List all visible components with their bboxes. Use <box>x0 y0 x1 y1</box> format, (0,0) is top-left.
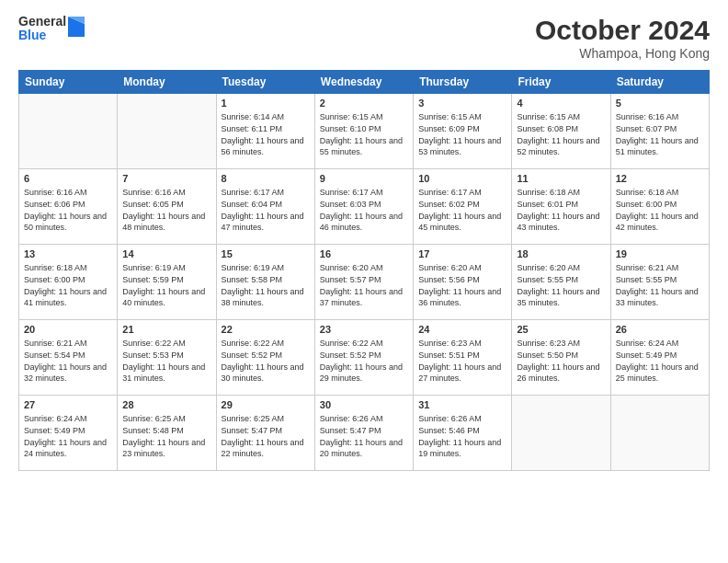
logo-icon <box>68 17 85 37</box>
daylight-text: Daylight: 11 hours and 35 minutes. <box>517 286 605 309</box>
day-number: 2 <box>320 97 408 110</box>
day-cell <box>512 396 610 471</box>
day-number: 26 <box>616 323 704 337</box>
sunrise-text: Sunrise: 6:23 AM <box>517 338 605 350</box>
sunrise-text: Sunrise: 6:26 AM <box>418 413 506 425</box>
title-block: October 2024 Whampoa, Hong Kong <box>535 15 710 61</box>
day-number: 31 <box>418 398 506 412</box>
day-number: 28 <box>122 398 210 412</box>
sunrise-text: Sunrise: 6:21 AM <box>24 338 112 350</box>
daylight-text: Daylight: 11 hours and 37 minutes. <box>320 286 408 309</box>
daylight-text: Daylight: 11 hours and 46 minutes. <box>320 211 408 234</box>
daylight-text: Daylight: 11 hours and 43 minutes. <box>517 211 605 234</box>
daylight-text: Daylight: 11 hours and 40 minutes. <box>122 286 210 309</box>
day-cell: 22Sunrise: 6:22 AMSunset: 5:52 PMDayligh… <box>216 320 314 396</box>
day-cell <box>118 94 216 169</box>
sunset-text: Sunset: 6:00 PM <box>616 199 704 211</box>
sunrise-text: Sunrise: 6:16 AM <box>616 111 704 123</box>
sunset-text: Sunset: 5:49 PM <box>24 425 112 437</box>
daylight-text: Daylight: 11 hours and 23 minutes. <box>122 437 210 460</box>
daylight-text: Daylight: 11 hours and 42 minutes. <box>616 211 704 234</box>
daylight-text: Daylight: 11 hours and 45 minutes. <box>418 211 506 234</box>
sunset-text: Sunset: 6:05 PM <box>122 199 210 211</box>
sunrise-text: Sunrise: 6:19 AM <box>222 262 310 274</box>
day-number: 17 <box>418 247 506 261</box>
day-number: 16 <box>320 247 408 261</box>
daylight-text: Daylight: 11 hours and 31 minutes. <box>122 362 210 385</box>
daylight-text: Daylight: 11 hours and 52 minutes. <box>517 135 605 158</box>
day-number: 30 <box>320 398 408 412</box>
day-cell: 8Sunrise: 6:17 AMSunset: 6:04 PMDaylight… <box>216 169 314 245</box>
day-number: 5 <box>616 97 704 110</box>
sunrise-text: Sunrise: 6:18 AM <box>24 262 112 274</box>
day-cell: 19Sunrise: 6:21 AMSunset: 5:55 PMDayligh… <box>610 245 709 320</box>
sunset-text: Sunset: 5:47 PM <box>222 425 310 437</box>
sunset-text: Sunset: 6:00 PM <box>24 274 112 286</box>
calendar-table: SundayMondayTuesdayWednesdayThursdayFrid… <box>18 70 710 471</box>
day-cell: 14Sunrise: 6:19 AMSunset: 5:59 PMDayligh… <box>118 245 216 320</box>
day-number: 19 <box>616 247 704 261</box>
daylight-text: Daylight: 11 hours and 55 minutes. <box>320 135 408 158</box>
daylight-text: Daylight: 11 hours and 24 minutes. <box>24 437 112 460</box>
daylight-text: Daylight: 11 hours and 30 minutes. <box>222 362 310 385</box>
sunrise-text: Sunrise: 6:22 AM <box>122 338 210 350</box>
day-cell: 25Sunrise: 6:23 AMSunset: 5:50 PMDayligh… <box>512 320 610 396</box>
sunset-text: Sunset: 6:02 PM <box>418 199 506 211</box>
sunset-text: Sunset: 6:01 PM <box>517 199 605 211</box>
day-cell: 20Sunrise: 6:21 AMSunset: 5:54 PMDayligh… <box>19 320 118 396</box>
sunrise-text: Sunrise: 6:20 AM <box>517 262 605 274</box>
day-number: 4 <box>517 97 605 110</box>
sunrise-text: Sunrise: 6:20 AM <box>418 262 506 274</box>
sunset-text: Sunset: 5:59 PM <box>122 274 210 286</box>
sunset-text: Sunset: 6:09 PM <box>418 123 506 135</box>
day-cell: 15Sunrise: 6:19 AMSunset: 5:58 PMDayligh… <box>216 245 314 320</box>
day-number: 11 <box>517 172 605 186</box>
sunset-text: Sunset: 5:52 PM <box>320 350 408 362</box>
logo: General Blue <box>18 15 85 43</box>
day-cell: 28Sunrise: 6:25 AMSunset: 5:48 PMDayligh… <box>118 396 216 471</box>
day-number: 25 <box>517 323 605 337</box>
sunset-text: Sunset: 6:11 PM <box>222 123 310 135</box>
sunset-text: Sunset: 6:06 PM <box>24 199 112 211</box>
daylight-text: Daylight: 11 hours and 41 minutes. <box>24 286 112 309</box>
day-number: 15 <box>222 247 310 261</box>
day-cell: 6Sunrise: 6:16 AMSunset: 6:06 PMDaylight… <box>19 169 118 245</box>
sunrise-text: Sunrise: 6:25 AM <box>222 413 310 425</box>
day-cell: 30Sunrise: 6:26 AMSunset: 5:47 PMDayligh… <box>314 396 413 471</box>
sunrise-text: Sunrise: 6:18 AM <box>517 187 605 199</box>
sunset-text: Sunset: 5:52 PM <box>222 350 310 362</box>
location: Whampoa, Hong Kong <box>535 46 710 61</box>
day-cell: 23Sunrise: 6:22 AMSunset: 5:52 PMDayligh… <box>314 320 413 396</box>
day-cell: 11Sunrise: 6:18 AMSunset: 6:01 PMDayligh… <box>512 169 610 245</box>
daylight-text: Daylight: 11 hours and 19 minutes. <box>418 437 506 460</box>
day-cell: 21Sunrise: 6:22 AMSunset: 5:53 PMDayligh… <box>118 320 216 396</box>
daylight-text: Daylight: 11 hours and 47 minutes. <box>222 211 310 234</box>
daylight-text: Daylight: 11 hours and 48 minutes. <box>122 211 210 234</box>
daylight-text: Daylight: 11 hours and 22 minutes. <box>222 437 310 460</box>
daylight-text: Daylight: 11 hours and 32 minutes. <box>24 362 112 385</box>
col-header-monday: Monday <box>118 71 216 94</box>
sunset-text: Sunset: 5:50 PM <box>517 350 605 362</box>
sunset-text: Sunset: 6:10 PM <box>320 123 408 135</box>
day-cell: 10Sunrise: 6:17 AMSunset: 6:02 PMDayligh… <box>414 169 512 245</box>
daylight-text: Daylight: 11 hours and 56 minutes. <box>222 135 310 158</box>
daylight-text: Daylight: 11 hours and 20 minutes. <box>320 437 408 460</box>
week-row-4: 20Sunrise: 6:21 AMSunset: 5:54 PMDayligh… <box>19 320 710 396</box>
day-number: 10 <box>418 172 506 186</box>
week-row-1: 1Sunrise: 6:14 AMSunset: 6:11 PMDaylight… <box>19 94 710 169</box>
day-number: 8 <box>222 172 310 186</box>
sunset-text: Sunset: 5:55 PM <box>616 274 704 286</box>
daylight-text: Daylight: 11 hours and 38 minutes. <box>222 286 310 309</box>
week-row-3: 13Sunrise: 6:18 AMSunset: 6:00 PMDayligh… <box>19 245 710 320</box>
sunrise-text: Sunrise: 6:15 AM <box>418 111 506 123</box>
sunrise-text: Sunrise: 6:20 AM <box>320 262 408 274</box>
daylight-text: Daylight: 11 hours and 53 minutes. <box>418 135 506 158</box>
sunset-text: Sunset: 5:58 PM <box>222 274 310 286</box>
day-cell: 9Sunrise: 6:17 AMSunset: 6:03 PMDaylight… <box>314 169 413 245</box>
day-number: 12 <box>616 172 704 186</box>
header: General Blue October 2024 Whampoa, Hong … <box>18 15 710 61</box>
day-cell: 1Sunrise: 6:14 AMSunset: 6:11 PMDaylight… <box>216 94 314 169</box>
week-row-2: 6Sunrise: 6:16 AMSunset: 6:06 PMDaylight… <box>19 169 710 245</box>
sunrise-text: Sunrise: 6:26 AM <box>320 413 408 425</box>
day-cell: 13Sunrise: 6:18 AMSunset: 6:00 PMDayligh… <box>19 245 118 320</box>
